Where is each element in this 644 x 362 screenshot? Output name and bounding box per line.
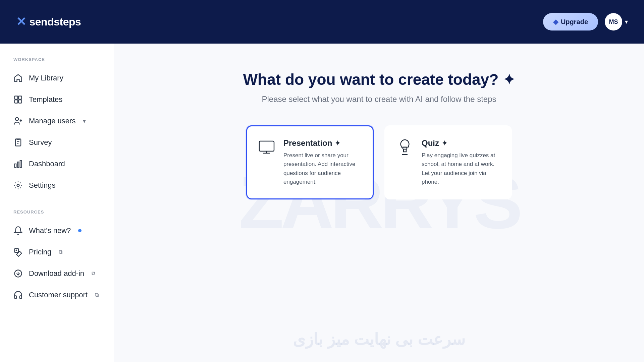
sidebar-item-label: Dashboard (29, 160, 65, 168)
sparkle-icon: ✦ (503, 71, 515, 88)
svg-point-15 (16, 250, 17, 251)
svg-point-13 (17, 184, 19, 187)
presentation-icon (258, 138, 275, 156)
cards-row: Presentation ✦ Present live or share you… (246, 125, 512, 199)
quiz-card-body: Quiz ✦ Play engaging live quizzes at sch… (422, 138, 500, 186)
page-title: What do you want to create today? ✦ (243, 70, 515, 88)
sidebar-item-customer-support[interactable]: Customer support ⧉ (0, 284, 114, 306)
sidebar-item-label: Pricing (29, 248, 51, 256)
tag-icon (13, 247, 23, 257)
home-icon (13, 73, 23, 83)
quiz-icon (396, 138, 414, 156)
sparkle-icon: ✦ (442, 139, 447, 147)
logo-text: sendsteps (30, 16, 81, 28)
user-menu[interactable]: MS ▾ (605, 13, 628, 31)
svg-rect-0 (15, 96, 18, 99)
diamond-icon: ◆ (553, 18, 558, 26)
sidebar: WORKSPACE My Library Templates (0, 44, 114, 362)
watermark-arabic: سرعت بی نهایت میز بازی (293, 330, 465, 349)
svg-point-4 (15, 118, 18, 121)
quiz-card-title: Quiz ✦ (422, 138, 500, 148)
page-subtitle: Please select what you want to create wi… (262, 95, 496, 104)
sidebar-item-settings[interactable]: Settings (0, 175, 114, 196)
upgrade-button[interactable]: ◆ Upgrade (543, 13, 598, 31)
quiz-card-desc: Play engaging live quizzes at school, at… (422, 151, 500, 186)
sidebar-item-label: Download add-in (29, 269, 84, 278)
clipboard-icon (13, 138, 23, 147)
gear-icon (13, 181, 23, 190)
bell-icon (13, 226, 23, 235)
sidebar-item-label: Manage users (29, 117, 75, 125)
sidebar-item-my-library[interactable]: My Library (0, 67, 114, 89)
external-link-icon: ⧉ (59, 249, 62, 255)
svg-rect-12 (20, 161, 22, 168)
download-icon (13, 269, 23, 278)
sidebar-item-label: Customer support (29, 291, 88, 299)
headset-icon (13, 290, 23, 300)
header-right: ◆ Upgrade MS ▾ (543, 13, 628, 31)
sidebar-item-label: What's new? (29, 226, 71, 235)
external-link-icon: ⧉ (92, 270, 95, 277)
sidebar-item-label: Survey (29, 138, 52, 147)
sidebar-item-pricing[interactable]: Pricing ⧉ (0, 241, 114, 263)
bar-chart-icon (13, 159, 23, 169)
sidebar-divider (0, 196, 114, 207)
sidebar-item-label: My Library (29, 74, 63, 82)
svg-rect-11 (17, 162, 19, 167)
user-plus-icon (13, 116, 23, 126)
presentation-card-body: Presentation ✦ Present live or share you… (283, 138, 362, 186)
avatar: MS (605, 13, 622, 31)
svg-rect-18 (259, 141, 274, 151)
svg-rect-3 (18, 100, 21, 103)
sidebar-item-download-addin[interactable]: Download add-in ⧉ (0, 263, 114, 284)
presentation-card[interactable]: Presentation ✦ Present live or share you… (246, 125, 374, 199)
app-header: ✕ sendsteps ◆ Upgrade MS ▾ (0, 0, 644, 44)
chevron-down-icon: ▾ (625, 18, 628, 25)
presentation-card-desc: Present live or share your presentation.… (283, 151, 362, 186)
chevron-icon: ▾ (83, 117, 86, 125)
logo: ✕ sendsteps (16, 15, 81, 29)
sidebar-item-label: Templates (29, 95, 62, 104)
presentation-card-title: Presentation ✦ (283, 138, 362, 148)
sidebar-item-whats-new[interactable]: What's new? (0, 220, 114, 241)
notification-dot (78, 229, 82, 232)
sparkle-icon: ✦ (335, 139, 340, 147)
sidebar-item-survey[interactable]: Survey (0, 132, 114, 153)
sidebar-item-manage-users[interactable]: Manage users ▾ (0, 110, 114, 132)
quiz-card[interactable]: Quiz ✦ Play engaging live quizzes at sch… (384, 125, 512, 199)
main-layout: WORKSPACE My Library Templates (0, 44, 644, 362)
svg-rect-10 (15, 164, 16, 168)
svg-rect-2 (15, 100, 18, 103)
logo-icon: ✕ (16, 15, 26, 29)
svg-rect-21 (403, 147, 407, 149)
external-link-icon: ⧉ (95, 292, 99, 298)
resources-section-label: RESOURCES (0, 209, 114, 215)
sidebar-item-label: Settings (29, 181, 56, 190)
upgrade-label: Upgrade (561, 18, 588, 26)
grid-icon (13, 95, 23, 104)
sidebar-item-dashboard[interactable]: Dashboard (0, 153, 114, 175)
workspace-section-label: WORKSPACE (0, 57, 114, 62)
svg-rect-1 (18, 96, 21, 99)
content-wrapper: What do you want to create today? ✦ Plea… (134, 70, 624, 199)
main-content: ZARRYS سرعت بی نهایت میز بازی What do yo… (114, 44, 644, 362)
sidebar-item-templates[interactable]: Templates (0, 89, 114, 110)
